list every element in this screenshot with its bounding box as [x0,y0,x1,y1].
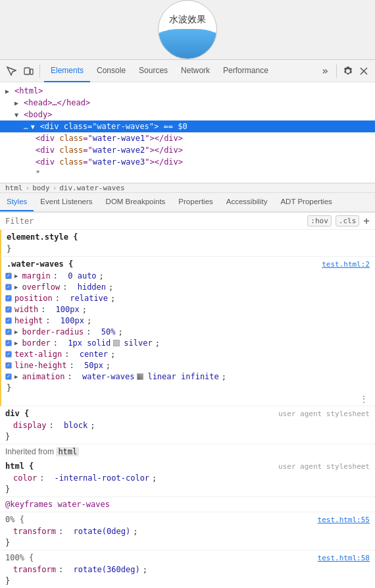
water-ball-widget: 水波效果 [158,0,217,59]
html-selector[interactable]: html { [5,462,34,471]
tab-accessibility[interactable]: Accessibility [220,193,274,211]
prop-line-height[interactable]: line-height: 50px; [1,360,375,371]
tab-performance[interactable]: Performance [216,60,275,82]
svg-rect-0 [24,68,30,74]
tab-dom-breakpoints[interactable]: DOM Breakpoints [99,193,172,211]
prop-border-radius-checkbox[interactable] [5,329,12,335]
tab-event-listeners[interactable]: Event Listeners [34,193,99,211]
dom-line-quote: " [0,168,375,180]
close-devtools-icon[interactable] [357,64,371,78]
hov-button[interactable]: :hov [307,215,332,227]
dom-triangle-head[interactable]: ▶ [14,99,24,107]
prop-transform-0[interactable]: transform: rotate(0deg); [0,525,375,537]
sub-tab-bar: Styles Event Listeners DOM Breakpoints P… [0,193,375,213]
prop-border-checkbox[interactable] [5,340,12,346]
bottom-panel: Styles Event Listeners DOM Breakpoints P… [0,193,375,588]
dom-triangle-html[interactable]: ▶ [5,88,14,95]
more-tabs-button[interactable]: » [318,65,332,77]
preview-area: 水波效果 [0,0,375,60]
svg-rect-1 [30,69,33,74]
dom-line-div-water-waves[interactable]: … ▼ <div class="water-waves"> == $0 [0,120,375,132]
settings-icon[interactable] [341,64,355,78]
keyframe-100-source[interactable]: test.html:58 [318,554,370,562]
water-waves-source[interactable]: test.html:2 [322,260,370,269]
inherited-header: Inherited from html [0,444,375,459]
dom-line-wave2[interactable]: <div class="water-wave2"></div> [0,144,375,156]
css-section-keyframe-0: 0% { test.html:55 transform: rotate(0deg… [0,512,375,550]
dom-tree: ▶ <html> ▶ <head>…</head> ▼ <body> … ▼ <… [0,82,375,183]
prop-height[interactable]: height: 100px; [1,315,375,326]
tab-adt-properties[interactable]: ADT Properties [274,193,338,211]
keyframes-label: @keyframes water-waves [5,500,110,509]
div-selector[interactable]: div { [5,409,29,418]
inspect-icon[interactable] [4,64,18,78]
filter-bar: :hov .cls + [0,213,375,230]
water-waves-selector[interactable]: .water-waves { [7,259,73,269]
prop-width[interactable]: width: 100px; [1,304,375,315]
breadcrumb: html › body › div.water-waves [0,183,375,193]
prop-border-radius[interactable]: ▶ border-radius: 50%; [1,326,375,337]
prop-transform-100[interactable]: transform: rotate(360deg); [0,564,375,575]
dom-line-wave1[interactable]: <div class="water-wave1"></div> [0,132,375,144]
keyframe-100-selector[interactable]: 100% { [5,553,34,562]
device-icon[interactable] [21,64,36,78]
add-style-button[interactable]: + [363,216,370,227]
dom-line-head[interactable]: ▶ <head>…</head> [0,97,375,109]
prop-width-checkbox[interactable] [5,306,12,313]
dom-line-body[interactable]: ▼ <body> [0,109,375,120]
cls-button[interactable]: .cls [336,215,360,227]
filter-input[interactable] [5,217,305,226]
water-fill [158,29,217,59]
prop-text-align-checkbox[interactable] [5,351,12,358]
more-options-button[interactable]: ⋮ [357,394,371,404]
breadcrumb-div-water-waves[interactable]: div.water-waves [59,184,124,192]
dom-line-wave3[interactable]: <div class="water-wave3"></div> [0,156,375,168]
prop-height-checkbox[interactable] [5,317,12,324]
keyframe-0-selector[interactable]: 0% { [5,515,24,524]
main-tab-bar: Elements Console Sources Network Perform… [0,60,375,82]
breadcrumb-html[interactable]: html [5,184,23,192]
tab-console[interactable]: Console [90,60,132,82]
prop-line-height-checkbox[interactable] [5,362,12,369]
user-agent-label-html: user agent stylesheet [278,462,370,471]
prop-position[interactable]: position: relative; [1,292,375,304]
prop-position-checkbox[interactable] [5,295,12,302]
prop-border[interactable]: ▶ border: 1px solid silver; [1,337,375,348]
prop-text-align[interactable]: text-align: center; [1,348,375,360]
tab-network[interactable]: Network [174,60,216,82]
tab-styles[interactable]: Styles [0,193,34,211]
app-root: 水波效果 Elements Console Sources Network Pe… [0,0,375,588]
prop-animation-checkbox[interactable] [5,373,12,380]
dom-line-html[interactable]: ▶ <html> [0,85,375,97]
prop-margin-checkbox[interactable] [5,273,12,279]
water-ball-label: 水波效果 [159,14,216,26]
css-section-keyframes: @keyframes water-waves [0,497,375,512]
css-section-element-style: element.style { } [0,230,375,257]
prop-color[interactable]: color: -internal-root-color; [0,472,375,483]
prop-margin[interactable]: ▶ margin: 0 auto; [1,270,375,281]
tab-properties[interactable]: Properties [172,193,219,211]
dom-triangle-div[interactable]: ▼ [31,123,40,130]
prop-animation[interactable]: ▶ animation: water-waves linear infinite… [1,371,375,382]
prop-overflow-checkbox[interactable] [5,284,12,290]
prop-overflow[interactable]: ▶ overflow: hidden; [1,281,375,292]
tab-elements[interactable]: Elements [44,60,90,82]
dom-dots: … [24,122,28,131]
dom-triangle-body[interactable]: ▼ [14,111,24,119]
css-section-html-user-agent: html { user agent stylesheet color: -int… [0,459,375,497]
toolbar-separator-2 [336,65,337,78]
keyframe-0-source[interactable]: test.html:55 [318,516,370,524]
main-tabs: Elements Console Sources Network Perform… [44,60,315,82]
toolbar-separator [39,65,40,78]
color-swatch-animation[interactable] [137,373,143,380]
toolbar-actions [341,64,371,78]
css-section-water-waves: .water-waves { test.html:2 ▶ margin: 0 a… [0,257,375,406]
inherited-tag[interactable]: html [56,447,79,456]
element-style-selector: element.style { [7,232,78,242]
color-swatch-silver[interactable] [113,340,120,346]
user-agent-label-div: user agent stylesheet [278,410,370,418]
tab-sources[interactable]: Sources [132,60,174,82]
breadcrumb-body[interactable]: body [32,184,50,192]
styles-panel: :hov .cls + element.style { } .water-wav… [0,213,375,588]
prop-display[interactable]: display: block; [0,419,375,431]
